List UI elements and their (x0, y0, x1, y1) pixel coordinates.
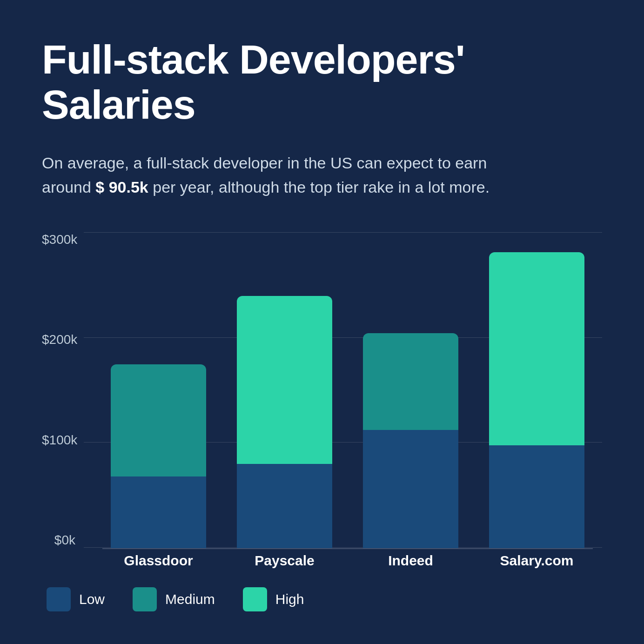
x-label-salarydotcom: Salary.com (481, 553, 593, 573)
legend-item-medium: Medium (133, 587, 215, 611)
y-axis: $0k $100k $200k $300k (42, 228, 84, 573)
legend-label-medium: Medium (165, 591, 215, 607)
page-container: Full-stack Developers' Salaries On avera… (0, 0, 644, 644)
glassdoor-medium-segment (111, 364, 206, 476)
x-labels: Glassdoor Payscale Indeed Salary.com (84, 553, 602, 573)
legend-swatch-medium (133, 587, 157, 611)
y-label-300: $300k (42, 232, 84, 247)
indeed-medium-segment (363, 333, 458, 429)
x-label-glassdoor: Glassdoor (102, 553, 215, 573)
legend-item-high: High (243, 587, 304, 611)
payscale-low-segment (237, 464, 332, 548)
chart-area: $0k $100k $200k $300k (42, 228, 602, 611)
salary-high-segment (489, 252, 584, 445)
salary-low-segment (489, 445, 584, 548)
legend: Low Medium High (42, 587, 602, 611)
glassdoor-low-segment (111, 476, 206, 548)
bars-row (84, 228, 602, 548)
y-label-100: $100k (42, 433, 84, 448)
bar-group-salarydotcom (481, 232, 593, 548)
y-label-0: $0k (42, 533, 84, 548)
legend-item-low: Low (47, 587, 105, 611)
legend-swatch-high (243, 587, 267, 611)
chart-plot: Glassdoor Payscale Indeed Salary.com (84, 228, 602, 573)
subtitle-text: On average, a full-stack developer in th… (42, 151, 530, 200)
bar-group-payscale (228, 232, 341, 548)
chart-wrapper: $0k $100k $200k $300k (42, 228, 602, 573)
x-label-payscale: Payscale (228, 553, 341, 573)
legend-label-high: High (275, 591, 304, 607)
baseline (102, 548, 593, 549)
page-title: Full-stack Developers' Salaries (42, 37, 602, 127)
legend-swatch-low (47, 587, 71, 611)
bar-group-indeed (355, 232, 467, 548)
y-label-200: $200k (42, 332, 84, 347)
indeed-low-segment (363, 430, 458, 548)
subtitle-part2: per year, although the top tier rake in … (148, 178, 490, 196)
subtitle-highlight: $ 90.5k (95, 178, 148, 196)
bar-group-glassdoor (102, 232, 215, 548)
x-label-indeed: Indeed (355, 553, 467, 573)
legend-label-low: Low (79, 591, 105, 607)
payscale-high-segment (237, 296, 332, 464)
